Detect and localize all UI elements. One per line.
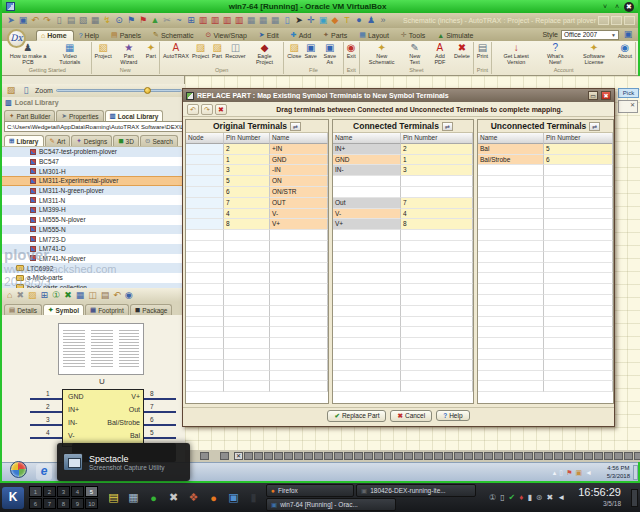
task-button[interactable]: ▣win7-64 [Running] - Orac... xyxy=(266,498,396,511)
tree-item[interactable]: LM741-N-plover xyxy=(2,254,185,264)
undo-icon[interactable]: ↶ xyxy=(187,104,199,115)
panel-tab-local-library[interactable]: ▥Local Library xyxy=(105,110,164,121)
tree-item[interactable]: LTC6992 xyxy=(2,263,185,273)
exit-button[interactable]: ◉Exit xyxy=(346,42,357,59)
sheet1-icon[interactable]: ▥ xyxy=(197,14,209,27)
maximize-button[interactable]: ˄ xyxy=(612,2,622,12)
panel-expander[interactable] xyxy=(631,489,638,507)
preview-tab-package[interactable]: ◼Package xyxy=(130,304,173,315)
table-row[interactable]: 5ON xyxy=(186,176,328,187)
preview-tab-footprint[interactable]: ▦Footprint xyxy=(85,304,129,315)
tab-schematic[interactable]: ✎Schematic xyxy=(148,29,201,41)
cascade-icon[interactable]: ▧ xyxy=(77,14,89,27)
sheet-square[interactable] xyxy=(254,452,263,460)
sheet-square[interactable] xyxy=(504,452,513,460)
table-row[interactable]: IN+2 xyxy=(333,144,473,155)
panel-tab-properties[interactable]: ➤Properties xyxy=(56,110,103,121)
tab-tools[interactable]: ✛Tools xyxy=(396,29,432,41)
recover-button[interactable]: ◫Recover xyxy=(224,42,246,59)
swap-icon[interactable]: ⇄ xyxy=(442,122,453,131)
desktop-3[interactable]: 3 xyxy=(57,486,70,497)
desktop-10[interactable]: 10 xyxy=(85,498,98,509)
sheet-square[interactable] xyxy=(624,452,633,460)
sheet-square[interactable]: ✕ xyxy=(234,452,243,460)
save-button[interactable]: ▣Save xyxy=(303,42,318,59)
sheet-square[interactable] xyxy=(304,452,313,460)
pointer-icon[interactable]: ➤ xyxy=(5,14,17,27)
text-icon[interactable]: T xyxy=(341,14,353,27)
sheet-square[interactable] xyxy=(294,452,303,460)
sheet-square[interactable] xyxy=(524,452,533,460)
tab-layout[interactable]: ▦Layout xyxy=(354,29,396,41)
show-hidden-icon[interactable]: ▴ xyxy=(553,469,557,477)
new-text-button[interactable]: ✎New Text xyxy=(403,42,427,65)
sheet-square[interactable] xyxy=(264,452,273,460)
task-button[interactable]: ●Firefox xyxy=(266,484,354,497)
desktop-8[interactable]: 8 xyxy=(57,498,70,509)
table-row[interactable]: 6ON/STR xyxy=(186,187,328,198)
cut-icon[interactable]: ✂ xyxy=(161,14,173,27)
sheet-square[interactable] xyxy=(564,452,573,460)
table-row[interactable]: Bal5 xyxy=(478,144,613,155)
home-icon[interactable]: ⌂ xyxy=(7,289,12,301)
film2-icon[interactable]: ▦ xyxy=(257,14,269,27)
kde-launcher-button[interactable]: K xyxy=(2,487,24,509)
table-row[interactable] xyxy=(333,176,473,187)
app-minimize-button[interactable] xyxy=(598,16,609,25)
view-tab-search[interactable]: ⊙Search xyxy=(140,135,178,146)
help-icon[interactable]: ◉ xyxy=(125,289,133,301)
tab-simulate[interactable]: ▲Simulate xyxy=(432,30,480,41)
utilities-icon[interactable]: ❖ xyxy=(185,489,202,506)
about-button[interactable]: ◉About xyxy=(617,42,633,59)
tree-item[interactable]: LM741-D xyxy=(2,244,185,254)
sheet-square[interactable] xyxy=(464,452,473,460)
preview-tab-symbol[interactable]: ✦Symbol xyxy=(43,304,84,315)
opensuse-icon[interactable]: ● xyxy=(145,489,162,506)
update-ok-icon[interactable]: ✔ xyxy=(509,493,516,502)
sheet-square[interactable] xyxy=(244,452,253,460)
frame-icon[interactable]: ⊞ xyxy=(41,289,49,301)
print-button[interactable]: ▤Print xyxy=(476,42,489,59)
sheet-square[interactable] xyxy=(384,452,393,460)
part-wizard-button[interactable]: ★Part Wizard xyxy=(114,42,144,65)
action-center-icon[interactable]: ⚑ xyxy=(566,469,572,477)
table-row[interactable]: 3-IN xyxy=(186,165,328,176)
media-icon[interactable]: ♦ xyxy=(519,493,523,502)
swap-icon[interactable]: ⇄ xyxy=(290,122,301,131)
clock-icon[interactable]: ● xyxy=(353,14,365,27)
add-pdf-button[interactable]: AAdd PDF xyxy=(428,42,452,65)
volume-icon[interactable]: ◄ xyxy=(557,493,565,502)
sheet-square[interactable] xyxy=(604,452,613,460)
sheet-square[interactable] xyxy=(454,452,463,460)
frame-icon[interactable]: ▣ xyxy=(317,14,329,27)
tree-item[interactable]: LM555-N-plover xyxy=(2,215,185,225)
sheet-square[interactable] xyxy=(514,452,523,460)
capture-icon[interactable]: ◫ xyxy=(88,289,97,301)
sheet-square[interactable] xyxy=(594,452,603,460)
klipper-icon[interactable]: ▯ xyxy=(500,493,504,502)
sheet4-icon[interactable]: ▥ xyxy=(233,14,245,27)
tile-icon[interactable]: ▤ xyxy=(65,14,77,27)
desktop-4[interactable]: 4 xyxy=(71,486,84,497)
tree-item[interactable]: a-Mick-parts xyxy=(2,273,185,283)
terminal-icon[interactable]: ▮ xyxy=(245,489,262,506)
style-select[interactable]: Office 2007 ▼ xyxy=(561,30,619,40)
ruler-icon[interactable]: ▮ xyxy=(527,493,531,502)
save-icon[interactable]: ▣ xyxy=(17,14,29,27)
sheet-square[interactable] xyxy=(584,452,593,460)
table-row[interactable]: 1GND xyxy=(186,155,328,166)
overflow-icon[interactable]: » xyxy=(377,14,389,27)
film1-icon[interactable]: ▦ xyxy=(245,14,257,27)
tab-add[interactable]: ✚Add xyxy=(286,29,318,41)
undo-icon[interactable]: ↶ xyxy=(29,14,41,27)
zoom-out-icon[interactable]: ▨ xyxy=(5,84,17,97)
firefox-icon[interactable]: ● xyxy=(205,489,222,506)
show-desktop-button[interactable] xyxy=(633,465,638,480)
part-button[interactable]: ✦Part xyxy=(145,42,157,59)
page-icon[interactable]: ▯ xyxy=(281,14,293,27)
save-as-button[interactable]: ▣Save As xyxy=(319,42,341,65)
sheet-square[interactable] xyxy=(354,452,363,460)
sheet-square[interactable] xyxy=(364,452,373,460)
software-license-button[interactable]: ✦Software License xyxy=(572,42,615,65)
settings-icon[interactable]: ✖ xyxy=(165,489,182,506)
